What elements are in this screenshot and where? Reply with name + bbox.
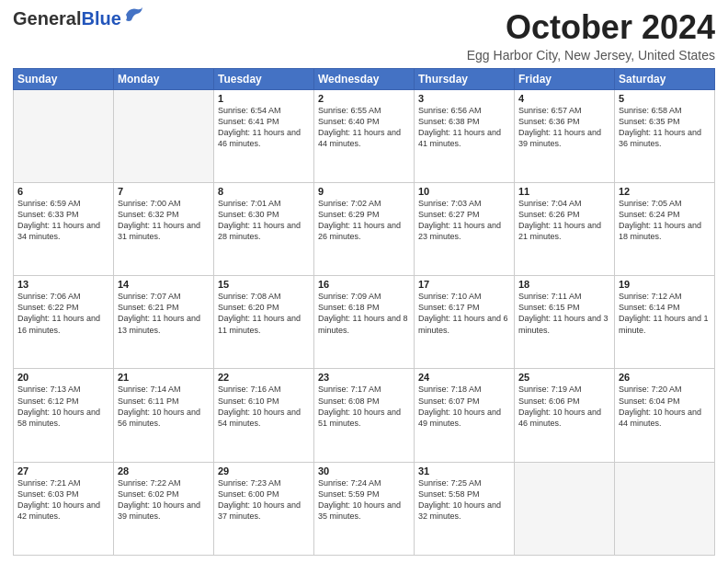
day-number: 3 — [418, 93, 510, 104]
day-info: Sunrise: 7:24 AM Sunset: 5:59 PM Dayligh… — [318, 477, 410, 523]
day-number: 4 — [518, 93, 610, 104]
day-info: Sunrise: 7:09 AM Sunset: 6:18 PM Dayligh… — [318, 291, 410, 336]
calendar-table: SundayMondayTuesdayWednesdayThursdayFrid… — [13, 68, 715, 556]
week-row-4: 20Sunrise: 7:13 AM Sunset: 6:12 PM Dayli… — [14, 369, 715, 462]
week-row-1: 1Sunrise: 6:54 AM Sunset: 6:41 PM Daylig… — [14, 89, 715, 182]
calendar-cell: 15Sunrise: 7:08 AM Sunset: 6:20 PM Dayli… — [214, 276, 314, 369]
day-info: Sunrise: 7:12 AM Sunset: 6:14 PM Dayligh… — [619, 291, 711, 336]
weekday-header-sunday: Sunday — [14, 68, 114, 89]
weekday-header-saturday: Saturday — [615, 68, 715, 89]
day-number: 23 — [318, 372, 410, 383]
calendar-cell: 13Sunrise: 7:06 AM Sunset: 6:22 PM Dayli… — [14, 276, 114, 369]
day-number: 28 — [118, 465, 210, 477]
day-info: Sunrise: 7:13 AM Sunset: 6:12 PM Dayligh… — [17, 384, 109, 429]
day-info: Sunrise: 7:17 AM Sunset: 6:08 PM Dayligh… — [318, 384, 410, 429]
day-number: 13 — [17, 279, 109, 290]
calendar-cell: 5Sunrise: 6:58 AM Sunset: 6:35 PM Daylig… — [615, 89, 715, 182]
week-row-2: 6Sunrise: 6:59 AM Sunset: 6:33 PM Daylig… — [14, 182, 715, 275]
day-info: Sunrise: 7:02 AM Sunset: 6:29 PM Dayligh… — [318, 198, 410, 243]
logo-bird-icon — [124, 6, 144, 28]
calendar-cell: 30Sunrise: 7:24 AM Sunset: 5:59 PM Dayli… — [314, 462, 415, 555]
calendar-cell: 31Sunrise: 7:25 AM Sunset: 5:58 PM Dayli… — [415, 462, 515, 555]
calendar-cell: 10Sunrise: 7:03 AM Sunset: 6:27 PM Dayli… — [415, 182, 515, 275]
day-info: Sunrise: 7:01 AM Sunset: 6:30 PM Dayligh… — [218, 198, 310, 243]
day-number: 29 — [218, 465, 310, 477]
calendar-cell: 2Sunrise: 6:55 AM Sunset: 6:40 PM Daylig… — [314, 89, 415, 182]
day-info: Sunrise: 7:05 AM Sunset: 6:24 PM Dayligh… — [619, 198, 711, 243]
calendar-cell — [114, 89, 214, 182]
day-info: Sunrise: 7:07 AM Sunset: 6:21 PM Dayligh… — [118, 291, 210, 336]
calendar-cell: 12Sunrise: 7:05 AM Sunset: 6:24 PM Dayli… — [615, 182, 715, 275]
week-row-3: 13Sunrise: 7:06 AM Sunset: 6:22 PM Dayli… — [14, 276, 715, 369]
page: GeneralBlue October 2024 Egg Harbor City… — [0, 0, 728, 563]
calendar-cell: 27Sunrise: 7:21 AM Sunset: 6:03 PM Dayli… — [14, 462, 114, 555]
day-info: Sunrise: 7:19 AM Sunset: 6:06 PM Dayligh… — [518, 384, 610, 429]
day-number: 10 — [418, 186, 510, 197]
calendar-cell: 7Sunrise: 7:00 AM Sunset: 6:32 PM Daylig… — [114, 182, 214, 275]
day-info: Sunrise: 7:03 AM Sunset: 6:27 PM Dayligh… — [418, 198, 510, 243]
day-number: 14 — [118, 279, 210, 290]
calendar-cell — [14, 89, 114, 182]
month-title: October 2024 — [467, 9, 715, 46]
day-info: Sunrise: 7:06 AM Sunset: 6:22 PM Dayligh… — [17, 291, 109, 336]
location: Egg Harbor City, New Jersey, United Stat… — [467, 48, 715, 63]
weekday-header-monday: Monday — [114, 68, 214, 89]
header: GeneralBlue October 2024 Egg Harbor City… — [13, 9, 715, 63]
day-info: Sunrise: 7:10 AM Sunset: 6:17 PM Dayligh… — [418, 291, 510, 336]
day-number: 20 — [17, 372, 109, 383]
logo-general: GeneralBlue — [13, 9, 121, 28]
day-number: 6 — [17, 186, 109, 197]
day-info: Sunrise: 6:59 AM Sunset: 6:33 PM Dayligh… — [17, 198, 109, 243]
title-block: October 2024 Egg Harbor City, New Jersey… — [467, 9, 715, 63]
calendar-cell: 28Sunrise: 7:22 AM Sunset: 6:02 PM Dayli… — [114, 462, 214, 555]
calendar-cell: 24Sunrise: 7:18 AM Sunset: 6:07 PM Dayli… — [415, 369, 515, 462]
day-number: 2 — [318, 93, 410, 104]
calendar-cell: 11Sunrise: 7:04 AM Sunset: 6:26 PM Dayli… — [515, 182, 615, 275]
day-info: Sunrise: 6:56 AM Sunset: 6:38 PM Dayligh… — [418, 105, 510, 150]
day-info: Sunrise: 7:23 AM Sunset: 6:00 PM Dayligh… — [218, 477, 310, 523]
calendar-cell: 23Sunrise: 7:17 AM Sunset: 6:08 PM Dayli… — [314, 369, 415, 462]
calendar-cell: 3Sunrise: 6:56 AM Sunset: 6:38 PM Daylig… — [415, 89, 515, 182]
weekday-header-thursday: Thursday — [415, 68, 515, 89]
calendar-cell: 29Sunrise: 7:23 AM Sunset: 6:00 PM Dayli… — [214, 462, 314, 555]
day-info: Sunrise: 6:54 AM Sunset: 6:41 PM Dayligh… — [218, 105, 310, 150]
day-number: 21 — [118, 372, 210, 383]
calendar-cell: 4Sunrise: 6:57 AM Sunset: 6:36 PM Daylig… — [515, 89, 615, 182]
day-info: Sunrise: 7:22 AM Sunset: 6:02 PM Dayligh… — [118, 477, 210, 523]
weekday-header-row: SundayMondayTuesdayWednesdayThursdayFrid… — [14, 68, 715, 89]
day-number: 27 — [17, 465, 109, 477]
calendar-cell — [615, 462, 715, 555]
calendar-cell: 14Sunrise: 7:07 AM Sunset: 6:21 PM Dayli… — [114, 276, 214, 369]
day-info: Sunrise: 7:21 AM Sunset: 6:03 PM Dayligh… — [17, 477, 109, 523]
week-row-5: 27Sunrise: 7:21 AM Sunset: 6:03 PM Dayli… — [14, 462, 715, 555]
day-number: 16 — [318, 279, 410, 290]
calendar-cell: 22Sunrise: 7:16 AM Sunset: 6:10 PM Dayli… — [214, 369, 314, 462]
day-number: 19 — [619, 279, 711, 290]
calendar-cell: 25Sunrise: 7:19 AM Sunset: 6:06 PM Dayli… — [515, 369, 615, 462]
calendar-cell: 18Sunrise: 7:11 AM Sunset: 6:15 PM Dayli… — [515, 276, 615, 369]
calendar-cell: 8Sunrise: 7:01 AM Sunset: 6:30 PM Daylig… — [214, 182, 314, 275]
calendar-cell: 9Sunrise: 7:02 AM Sunset: 6:29 PM Daylig… — [314, 182, 415, 275]
weekday-header-friday: Friday — [515, 68, 615, 89]
calendar-cell: 16Sunrise: 7:09 AM Sunset: 6:18 PM Dayli… — [314, 276, 415, 369]
day-info: Sunrise: 7:14 AM Sunset: 6:11 PM Dayligh… — [118, 384, 210, 429]
day-number: 22 — [218, 372, 310, 383]
day-number: 5 — [619, 93, 711, 104]
calendar-cell: 6Sunrise: 6:59 AM Sunset: 6:33 PM Daylig… — [14, 182, 114, 275]
day-number: 9 — [318, 186, 410, 197]
day-number: 25 — [518, 372, 610, 383]
day-info: Sunrise: 6:58 AM Sunset: 6:35 PM Dayligh… — [619, 105, 711, 150]
day-number: 31 — [418, 465, 510, 477]
calendar-cell: 21Sunrise: 7:14 AM Sunset: 6:11 PM Dayli… — [114, 369, 214, 462]
calendar-cell: 20Sunrise: 7:13 AM Sunset: 6:12 PM Dayli… — [14, 369, 114, 462]
logo: GeneralBlue — [13, 9, 144, 28]
day-number: 15 — [218, 279, 310, 290]
calendar-cell: 17Sunrise: 7:10 AM Sunset: 6:17 PM Dayli… — [415, 276, 515, 369]
weekday-header-tuesday: Tuesday — [214, 68, 314, 89]
day-number: 8 — [218, 186, 310, 197]
day-number: 18 — [518, 279, 610, 290]
calendar-cell: 1Sunrise: 6:54 AM Sunset: 6:41 PM Daylig… — [214, 89, 314, 182]
day-info: Sunrise: 6:57 AM Sunset: 6:36 PM Dayligh… — [518, 105, 610, 150]
day-number: 17 — [418, 279, 510, 290]
day-number: 26 — [619, 372, 711, 383]
